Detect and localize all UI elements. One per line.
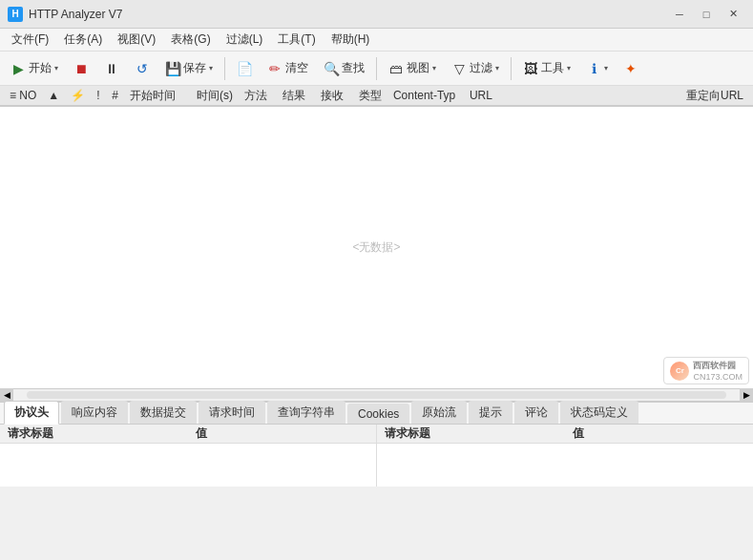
tab-响应内容[interactable]: 响应内容 bbox=[61, 401, 128, 424]
start-dropdown-arrow: ▾ bbox=[54, 64, 58, 73]
find-label: 查找 bbox=[342, 60, 365, 76]
view-button[interactable]: 🗃 视图 ▾ bbox=[382, 55, 443, 82]
menu-table[interactable]: 表格(G) bbox=[163, 30, 218, 51]
tools-button[interactable]: 🖼 工具 ▾ bbox=[516, 55, 577, 82]
tab-协议头[interactable]: 协议头 bbox=[4, 401, 59, 425]
menu-view[interactable]: 视图(V) bbox=[110, 30, 163, 51]
replay-button[interactable]: ↺ bbox=[128, 55, 157, 82]
watermark-logo: Cr bbox=[670, 362, 689, 381]
menu-help[interactable]: 帮助(H) bbox=[324, 30, 378, 51]
separator-1 bbox=[224, 57, 225, 80]
minimize-button[interactable]: ─ bbox=[667, 4, 692, 25]
start-button[interactable]: ▶ 开始 ▾ bbox=[4, 55, 65, 82]
info-icon: ℹ bbox=[586, 61, 601, 76]
separator-2 bbox=[376, 57, 377, 80]
new-icon: 📄 bbox=[237, 61, 252, 76]
col-no[interactable]: ≡ NO bbox=[4, 89, 42, 102]
view-dropdown-arrow: ▾ bbox=[432, 64, 436, 73]
menu-file[interactable]: 文件(F) bbox=[4, 30, 56, 51]
watermark: Cr 西西软件园 CN173.COM bbox=[663, 357, 749, 384]
col-exclaim[interactable]: ! bbox=[91, 89, 106, 102]
bookmark-button[interactable]: ✦ bbox=[617, 55, 645, 82]
bottom-left-panel: 请求标题 值 bbox=[0, 425, 377, 487]
col-method[interactable]: 方法 bbox=[239, 88, 277, 104]
separator-3 bbox=[511, 57, 512, 80]
scroll-left-btn[interactable]: ◀ bbox=[0, 388, 13, 402]
tools-icon: 🖼 bbox=[523, 61, 538, 76]
pause-button[interactable]: ⏸ bbox=[97, 55, 126, 82]
save-icon: 💾 bbox=[165, 61, 180, 76]
right-col2: 值 bbox=[565, 425, 753, 442]
clear-icon: ✏ bbox=[267, 61, 282, 76]
main-content: <无数据> Cr 西西软件园 CN173.COM bbox=[0, 107, 753, 388]
clear-label: 清空 bbox=[285, 60, 308, 76]
start-label: 开始 bbox=[29, 60, 52, 76]
right-col1: 请求标题 bbox=[377, 425, 565, 442]
replay-icon: ↺ bbox=[135, 61, 150, 76]
column-headers: ≡ NO ▲ ⚡ ! # 开始时间 时间(s) 方法 结果 接收 类型 Cont… bbox=[0, 86, 753, 107]
toolbar: ▶ 开始 ▾ ⏹ ⏸ ↺ 💾 保存 ▾ 📄 ✏ 清空 🔍 查找 🗃 视图 ▾ bbox=[0, 52, 753, 86]
left-col2: 值 bbox=[188, 425, 376, 442]
col-recv[interactable]: 接收 bbox=[315, 88, 353, 104]
col-type[interactable]: 类型 bbox=[353, 88, 387, 104]
filter-label: 过滤 bbox=[470, 60, 492, 76]
tab-提示[interactable]: 提示 bbox=[469, 401, 512, 424]
filter-button[interactable]: ▽ 过滤 ▾ bbox=[445, 55, 506, 82]
title-bar: H HTTP Analyzer V7 ─ □ ✕ bbox=[0, 0, 753, 29]
col-url[interactable]: URL bbox=[464, 89, 502, 102]
empty-text: <无数据> bbox=[352, 239, 400, 256]
tab-状态码定义[interactable]: 状态码定义 bbox=[560, 401, 638, 424]
stop-button[interactable]: ⏹ bbox=[67, 55, 95, 82]
view-icon: 🗃 bbox=[388, 61, 404, 76]
bottom-right-panel: 请求标题 值 bbox=[377, 425, 753, 487]
save-label: 保存 bbox=[183, 60, 206, 76]
stop-icon: ⏹ bbox=[73, 61, 89, 76]
watermark-url: CN173.COM bbox=[693, 372, 743, 382]
clear-button[interactable]: ✏ 清空 bbox=[261, 55, 315, 82]
watermark-text: 西西软件园 CN173.COM bbox=[693, 360, 743, 382]
col-flash[interactable]: ⚡ bbox=[65, 89, 91, 102]
tab-Cookies[interactable]: Cookies bbox=[347, 404, 409, 424]
left-col1: 请求标题 bbox=[0, 425, 188, 442]
col-content-type[interactable]: Content-Typ bbox=[387, 89, 464, 102]
bottom-tabs: 协议头响应内容数据提交请求时间查询字符串Cookies原始流提示评论状态码定义 bbox=[0, 402, 753, 425]
tab-评论[interactable]: 评论 bbox=[514, 401, 558, 424]
menu-filter[interactable]: 过滤(L) bbox=[219, 30, 271, 51]
col-result[interactable]: 结果 bbox=[277, 88, 315, 104]
menu-tools[interactable]: 工具(T) bbox=[270, 30, 323, 51]
col-time[interactable]: 时间(s) bbox=[191, 88, 239, 104]
col-start-time[interactable]: 开始时间 bbox=[124, 88, 191, 104]
maximize-button[interactable]: □ bbox=[694, 4, 719, 25]
save-button[interactable]: 💾 保存 ▾ bbox=[158, 55, 220, 82]
find-button[interactable]: 🔍 查找 bbox=[317, 55, 371, 82]
info-dropdown-arrow: ▾ bbox=[604, 64, 608, 73]
info-button[interactable]: ℹ ▾ bbox=[579, 55, 615, 82]
title-bar-controls: ─ □ ✕ bbox=[667, 4, 745, 25]
tab-数据提交[interactable]: 数据提交 bbox=[130, 401, 197, 424]
new-button[interactable]: 📄 bbox=[230, 55, 259, 82]
col-arrow[interactable]: ▲ bbox=[42, 89, 65, 102]
tools-label: 工具 bbox=[541, 60, 564, 76]
view-label: 视图 bbox=[407, 60, 429, 76]
save-dropdown-arrow: ▾ bbox=[209, 64, 213, 73]
play-icon: ▶ bbox=[10, 61, 26, 76]
bottom-panel: 请求标题 值 请求标题 值 bbox=[0, 425, 753, 487]
title-bar-text: HTTP Analyzer V7 bbox=[29, 8, 667, 21]
scroll-right-btn[interactable]: ▶ bbox=[740, 388, 753, 402]
col-redirect-url[interactable]: 重定向URL bbox=[502, 88, 749, 104]
tab-请求时间[interactable]: 请求时间 bbox=[199, 401, 265, 424]
find-icon: 🔍 bbox=[324, 61, 339, 76]
close-button[interactable]: ✕ bbox=[721, 4, 745, 25]
watermark-site: 西西软件园 bbox=[693, 360, 743, 372]
col-hash[interactable]: # bbox=[106, 89, 124, 102]
menu-task[interactable]: 任务(A) bbox=[56, 30, 110, 51]
left-panel-header: 请求标题 值 bbox=[0, 425, 376, 444]
horizontal-scrollbar[interactable]: ◀ ▶ bbox=[0, 388, 753, 402]
app-icon: H bbox=[8, 7, 23, 22]
tab-原始流[interactable]: 原始流 bbox=[411, 401, 467, 424]
right-panel-header: 请求标题 值 bbox=[377, 425, 753, 444]
scrollbar-track[interactable] bbox=[27, 391, 726, 399]
tools-dropdown-arrow: ▾ bbox=[567, 64, 571, 73]
star-icon: ✦ bbox=[623, 61, 638, 76]
tab-查询字符串[interactable]: 查询字符串 bbox=[267, 401, 345, 424]
